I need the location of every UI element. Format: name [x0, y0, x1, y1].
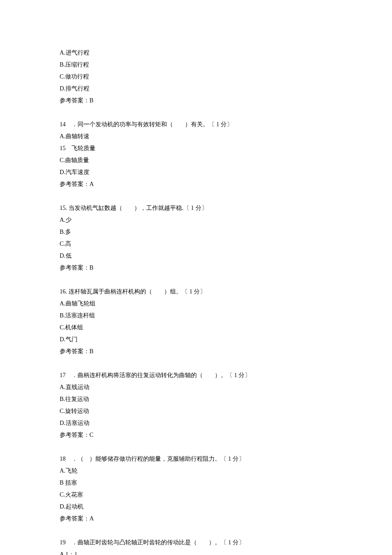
- question-block: 16. 连杆轴瓦属于曲柄连杆机构的（ ）组。〔 1 分〕 A.曲轴飞轮组 B.活…: [60, 286, 332, 357]
- question-option: D.气门: [60, 334, 332, 346]
- question-answer: 参考答案：B: [60, 95, 332, 107]
- question-option: A.进气行程: [60, 47, 332, 59]
- question-option: D.低: [60, 250, 332, 262]
- question-option: C.高: [60, 238, 332, 250]
- question-block: 19 ．曲轴正时齿轮与凸轮轴正时齿轮的传动比是（ ）。〔 1 分〕 A.1：1 …: [60, 537, 332, 555]
- question-option: 15 飞轮质量: [60, 142, 332, 154]
- question-block: 14 ．同一个发动机的功率与有效转矩和（ ）有关。〔 1 分〕 A.曲轴转速 1…: [60, 119, 332, 190]
- question-stem: 15. 当发动机气缸数越（ ），工作就越平稳.〔 1 分〕: [60, 202, 332, 214]
- question-stem: 18 ．（ ）能够储存做功行程的能量，克服辅助行程阻力。〔 1 分〕: [60, 453, 332, 465]
- question-option: A.曲轴飞轮组: [60, 298, 332, 310]
- question-option: A.曲轴转速: [60, 131, 332, 142]
- question-option: D.起动机: [60, 501, 332, 513]
- question-option: A.直线运动: [60, 381, 332, 393]
- question-option: C.做功行程: [60, 71, 332, 83]
- question-option: A.1：1: [60, 549, 332, 555]
- question-block: 18 ．（ ）能够储存做功行程的能量，克服辅助行程阻力。〔 1 分〕 A.飞轮 …: [60, 453, 332, 525]
- question-stem: 17 ．曲柄连杆机构将活塞的往复运动转化为曲轴的（ ）。〔 1 分〕: [60, 369, 332, 381]
- question-option: C.火花塞: [60, 489, 332, 501]
- question-answer: 参考答案：A: [60, 513, 332, 525]
- question-option: B 括塞: [60, 477, 332, 489]
- question-block: 17 ．曲柄连杆机构将活塞的往复运动转化为曲轴的（ ）。〔 1 分〕 A.直线运…: [60, 369, 332, 441]
- question-stem: 14 ．同一个发动机的功率与有效转矩和（ ）有关。〔 1 分〕: [60, 119, 332, 131]
- question-block-partial: A.进气行程 B.压缩行程 C.做功行程 D.排气行程 参考答案：B: [60, 47, 332, 107]
- question-answer: 参考答案：B: [60, 262, 332, 274]
- question-option: C.曲轴质量: [60, 154, 332, 166]
- question-stem: 19 ．曲轴正时齿轮与凸轮轴正时齿轮的传动比是（ ）。〔 1 分〕: [60, 537, 332, 549]
- question-option: A.少: [60, 214, 332, 226]
- question-option: C.旋转运动: [60, 405, 332, 417]
- question-answer: 参考答案：C: [60, 429, 332, 441]
- question-option: A.飞轮: [60, 465, 332, 477]
- question-option: B.压缩行程: [60, 59, 332, 71]
- question-option: B.活塞连杆组: [60, 310, 332, 322]
- question-answer: 参考答案：B: [60, 346, 332, 357]
- question-option: C.机体组: [60, 322, 332, 334]
- question-stem: 16. 连杆轴瓦属于曲柄连杆机构的（ ）组。〔 1 分〕: [60, 286, 332, 298]
- question-option: B.多: [60, 226, 332, 238]
- question-option: B.往复运动: [60, 393, 332, 405]
- question-block: 15. 当发动机气缸数越（ ），工作就越平稳.〔 1 分〕 A.少 B.多 C.…: [60, 202, 332, 274]
- document-page: A.进气行程 B.压缩行程 C.做功行程 D.排气行程 参考答案：B 14 ．同…: [0, 0, 392, 555]
- question-option: D.排气行程: [60, 83, 332, 95]
- question-answer: 参考答案：A: [60, 178, 332, 190]
- question-option: D.汽车速度: [60, 166, 332, 178]
- question-option: D.活塞运动: [60, 417, 332, 429]
